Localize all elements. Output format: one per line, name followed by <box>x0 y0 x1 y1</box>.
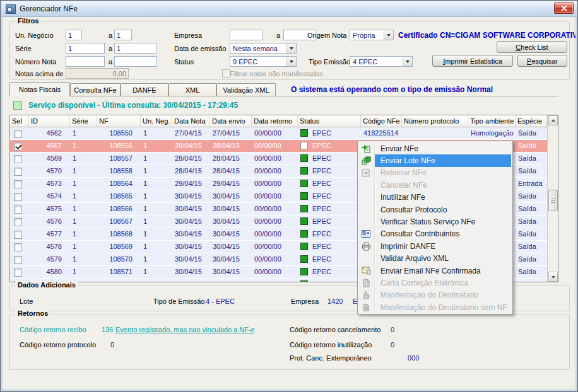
serie-from-input[interactable] <box>66 43 105 54</box>
column-header-un-neg[interactable]: Un. Neg. <box>141 115 172 127</box>
menu-item-enviar-lote-nfe[interactable]: Enviar Lote NFe <box>359 154 511 166</box>
status-select[interactable]: 9 EPEC <box>230 56 297 67</box>
status-square-icon <box>300 255 308 263</box>
status-square-icon <box>300 192 308 200</box>
numero-nota-to-input[interactable] <box>114 56 157 67</box>
cell-nf: 108568 <box>97 228 141 240</box>
table-row[interactable]: 45621108550127/04/1527/04/1500/00/00EPEC… <box>10 127 547 140</box>
column-header-especie[interactable]: Espécie <box>516 115 547 127</box>
column-header-id[interactable]: ID <box>29 115 70 127</box>
chevron-down-icon[interactable] <box>384 30 393 40</box>
row-checkbox[interactable] <box>14 142 22 151</box>
menu-item-manifestacao-do-destinatario: Manifestação do Destinatario <box>359 289 511 301</box>
send-nfe-icon <box>361 144 372 153</box>
row-checkbox[interactable] <box>14 256 22 264</box>
scroll-down-button[interactable] <box>548 272 558 282</box>
column-header-tipo-ambiente[interactable]: Tipo ambiente <box>468 115 516 127</box>
retorno-recibo-label: Código retorno recibo <box>20 326 86 333</box>
empresa-label: Empresa <box>174 32 202 39</box>
row-checkbox[interactable] <box>14 130 22 138</box>
status-square-icon <box>300 268 308 275</box>
tab-notas-fiscais[interactable]: Notas Fiscais <box>9 82 70 96</box>
cell-status: EPEC <box>298 165 361 177</box>
row-checkbox[interactable] <box>14 218 22 226</box>
prot-canc-extemporaneo-label: Prot. Canc. Extemporâneo <box>290 354 372 362</box>
row-checkbox[interactable] <box>14 193 22 201</box>
cell-id: 4580 <box>29 266 70 278</box>
menu-item-verificar-status-servico-nfe[interactable]: Verificar Status Serviço NFe <box>359 216 511 228</box>
cell-data-retorno: 00/00/00 <box>252 241 298 253</box>
empresa-from-input[interactable] <box>230 30 262 40</box>
menu-item-label: Retornar NFe <box>380 168 427 177</box>
cell-codigo-nfe: 418225514 <box>361 127 402 139</box>
tab-danfe[interactable]: DANFE <box>121 83 168 96</box>
tab-consulta-nfe[interactable]: Consulta NFe <box>70 83 121 96</box>
column-header-data-retorno[interactable]: Data retorno <box>252 115 298 127</box>
chevron-down-icon[interactable] <box>286 43 296 53</box>
check-list-button[interactable]: Check List <box>497 41 567 53</box>
menu-item-enviar-nfe[interactable]: Enviar NFe <box>359 142 511 154</box>
menu-item-enviar-email-nfe-confirmada[interactable]: Enviar Email NFe Confirmada <box>359 265 511 277</box>
menu-item-inutilizar-nfe[interactable]: Inutilizar NFe <box>359 192 511 204</box>
return-nfe-icon <box>361 168 372 178</box>
cell-data-nota: 30/04/15 <box>172 190 210 202</box>
close-button[interactable] <box>554 3 574 14</box>
cell-especie: Entrada <box>516 178 547 190</box>
column-header-sel[interactable]: Sel <box>10 115 29 127</box>
row-checkbox[interactable] <box>14 205 22 214</box>
row-checkbox[interactable] <box>14 180 22 188</box>
data-emissao-value: Nesta semana <box>233 45 278 52</box>
column-header-codigo-nfe[interactable]: Código NFe <box>361 115 402 127</box>
prot-canc-extemporaneo-value: 000 <box>408 354 419 362</box>
tipo-emissao-select[interactable]: 4 EPEC <box>350 56 413 67</box>
origem-nota-select[interactable]: Própria <box>350 30 394 40</box>
column-header-nf[interactable]: NF <box>97 115 141 127</box>
tab-xml[interactable]: XML <box>168 83 216 96</box>
menu-item-imprimir-danfe[interactable]: Imprimir DANFE <box>359 240 511 252</box>
tab-validacao-xml[interactable]: Validação XML <box>216 83 276 96</box>
column-header-data-envio[interactable]: Data envio <box>210 115 252 127</box>
cell-serie: 1 <box>70 253 97 265</box>
cell-status: EPEC <box>298 241 361 253</box>
menu-item-label: Enviar Email NFe Confirmada <box>380 267 481 275</box>
cell-id: 4577 <box>29 228 70 240</box>
row-checkbox[interactable] <box>14 231 22 239</box>
menu-item-validar-arquivo-xml[interactable]: Validar Arquivo XML <box>359 253 511 265</box>
vertical-scrollbar[interactable] <box>547 115 558 282</box>
row-checkbox[interactable] <box>14 243 22 251</box>
cell-un-neg: 1 <box>141 266 172 278</box>
column-header-serie[interactable]: Série <box>70 115 97 127</box>
title-bar[interactable]: Gerenciador NFe <box>1 1 577 17</box>
scrollbar-thumb[interactable] <box>548 190 558 211</box>
un-negocio-from-input[interactable] <box>66 30 82 40</box>
status-square-icon <box>300 180 308 187</box>
imprimir-estatistica-button[interactable]: Imprimir Estatística <box>432 55 513 67</box>
scroll-up-button[interactable] <box>548 115 558 125</box>
column-header-numero-protocolo[interactable]: Número protocolo <box>402 115 468 127</box>
menu-item-consultar-contribuintes[interactable]: Consultar Contribuintes <box>359 228 511 240</box>
cell-id: 4567 <box>29 140 70 152</box>
row-checkbox[interactable] <box>14 155 22 163</box>
menu-item-consultar-protocolo[interactable]: Consultar Protocolo <box>359 204 511 216</box>
data-emissao-select[interactable]: Nesta semana <box>230 43 297 54</box>
un-negocio-to-input[interactable] <box>114 30 132 40</box>
pesquisar-button[interactable]: Pesquisar <box>517 55 567 67</box>
chevron-down-icon[interactable] <box>403 57 412 66</box>
cell-serie: 1 <box>70 241 97 253</box>
numero-nota-from-input[interactable] <box>66 56 105 67</box>
cell-serie: 1 <box>70 216 97 228</box>
chevron-down-icon[interactable] <box>286 57 296 66</box>
column-header-data-nota[interactable]: Data Nota <box>172 115 210 127</box>
tab-strip-divider <box>9 96 558 96</box>
tipo-emissao-label: Tipo Emissão <box>309 58 350 66</box>
row-checkbox[interactable] <box>14 168 22 176</box>
menu-item-label: Carta Correção Eletrônica <box>380 279 468 287</box>
cell-data-nota: 28/04/15 <box>172 165 210 177</box>
column-header-status[interactable]: Status <box>298 115 361 127</box>
retorno-recibo-link[interactable]: Evento registrado, mas nao vinculado a N… <box>115 326 255 333</box>
menu-item-label: Enviar Lote NFe <box>380 156 435 165</box>
cell-un-neg: 1 <box>141 216 172 228</box>
row-checkbox[interactable] <box>14 268 22 277</box>
retorno-protocolo-label: Código retorno protocolo <box>20 341 96 349</box>
serie-to-input[interactable] <box>114 43 157 54</box>
